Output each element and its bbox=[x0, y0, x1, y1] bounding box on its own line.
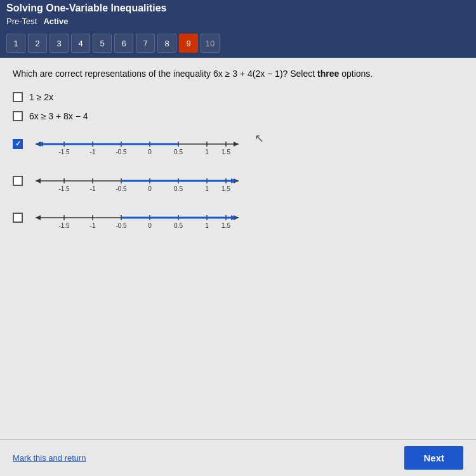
number-line-1: -1.5 -1 -0.5 0 0.5 1 1.5 ↖ bbox=[29, 130, 245, 158]
question-btn-2[interactable]: 2 bbox=[28, 34, 47, 53]
svg-text:0.5: 0.5 bbox=[174, 185, 183, 192]
svg-text:0.5: 0.5 bbox=[174, 222, 183, 229]
number-line-svg-1: -1.5 -1 -0.5 0 0.5 1 1.5 bbox=[29, 130, 245, 158]
checkbox-4[interactable] bbox=[13, 176, 23, 186]
svg-text:-0.5: -0.5 bbox=[116, 185, 127, 192]
option-2-row: 6x ≥ 3 + 8x − 4 bbox=[13, 111, 463, 121]
top-bar: Solving One-Variable Inequalities Pre-Te… bbox=[0, 0, 476, 58]
page-title: Solving One-Variable Inequalities bbox=[6, 3, 470, 15]
question-btn-4[interactable]: 4 bbox=[71, 34, 90, 53]
svg-text:1.5: 1.5 bbox=[221, 149, 230, 155]
question-btn-5[interactable]: 5 bbox=[93, 34, 112, 53]
question-btn-7[interactable]: 7 bbox=[136, 34, 155, 53]
next-button[interactable]: Next bbox=[404, 446, 463, 470]
main-content: Which are correct representations of the… bbox=[0, 58, 476, 439]
mark-this-link[interactable]: Mark this and return bbox=[13, 453, 86, 463]
svg-text:1: 1 bbox=[205, 149, 209, 155]
cursor-icon: ↖ bbox=[255, 131, 264, 145]
number-line-3: -1.5 -1 -0.5 0 0.5 1 1.5 bbox=[29, 204, 245, 232]
svg-text:0: 0 bbox=[148, 185, 152, 192]
active-label: Active bbox=[43, 17, 68, 26]
svg-text:-1.5: -1.5 bbox=[58, 149, 70, 155]
question-btn-10[interactable]: 10 bbox=[201, 34, 220, 53]
checkbox-2[interactable] bbox=[13, 111, 23, 121]
option-1-text: 1 ≥ 2x bbox=[29, 92, 53, 102]
question-btn-9[interactable]: 9 bbox=[179, 34, 198, 53]
svg-marker-20 bbox=[36, 178, 41, 183]
question-btn-3[interactable]: 3 bbox=[50, 34, 69, 53]
number-line-svg-2: -1.5 -1 -0.5 0 0.5 1 1.5 bbox=[29, 167, 245, 195]
checkbox-3[interactable] bbox=[13, 139, 23, 149]
question-btn-6[interactable]: 6 bbox=[114, 34, 133, 53]
checkbox-1[interactable] bbox=[13, 92, 23, 102]
svg-text:1: 1 bbox=[205, 222, 209, 229]
svg-text:0: 0 bbox=[148, 222, 152, 229]
question-btn-1[interactable]: 1 bbox=[6, 34, 25, 53]
svg-marker-2 bbox=[234, 142, 239, 147]
option-4-row: -1.5 -1 -0.5 0 0.5 1 1.5 bbox=[13, 167, 463, 195]
number-line-svg-3: -1.5 -1 -0.5 0 0.5 1 1.5 bbox=[29, 204, 245, 232]
bottom-bar: Mark this and return Next bbox=[0, 439, 476, 476]
question-btn-8[interactable]: 8 bbox=[157, 34, 176, 53]
svg-marker-39 bbox=[36, 215, 41, 220]
option-3-row: -1.5 -1 -0.5 0 0.5 1 1.5 ↖ bbox=[13, 130, 463, 158]
svg-text:-0.5: -0.5 bbox=[116, 149, 127, 155]
svg-text:-1.5: -1.5 bbox=[58, 222, 70, 229]
svg-text:1.5: 1.5 bbox=[221, 222, 230, 229]
option-5-row: -1.5 -1 -0.5 0 0.5 1 1.5 bbox=[13, 204, 463, 232]
option-1-row: 1 ≥ 2x bbox=[13, 92, 463, 102]
svg-text:0: 0 bbox=[148, 149, 152, 155]
number-line-2: -1.5 -1 -0.5 0 0.5 1 1.5 bbox=[29, 167, 245, 195]
svg-text:-1: -1 bbox=[90, 149, 96, 155]
question-text: Which are correct representations of the… bbox=[13, 68, 463, 81]
svg-text:-0.5: -0.5 bbox=[116, 222, 127, 229]
svg-text:-1.5: -1.5 bbox=[58, 185, 70, 192]
option-2-text: 6x ≥ 3 + 8x − 4 bbox=[29, 111, 88, 121]
pre-test-label: Pre-Test bbox=[6, 17, 37, 26]
question-numbers: 12345678910 bbox=[6, 30, 470, 58]
svg-text:-1: -1 bbox=[90, 222, 96, 229]
svg-text:-1: -1 bbox=[90, 185, 96, 192]
svg-text:0.5: 0.5 bbox=[174, 149, 183, 155]
svg-text:1: 1 bbox=[205, 185, 209, 192]
svg-text:1.5: 1.5 bbox=[221, 185, 230, 192]
checkbox-5[interactable] bbox=[13, 213, 23, 223]
